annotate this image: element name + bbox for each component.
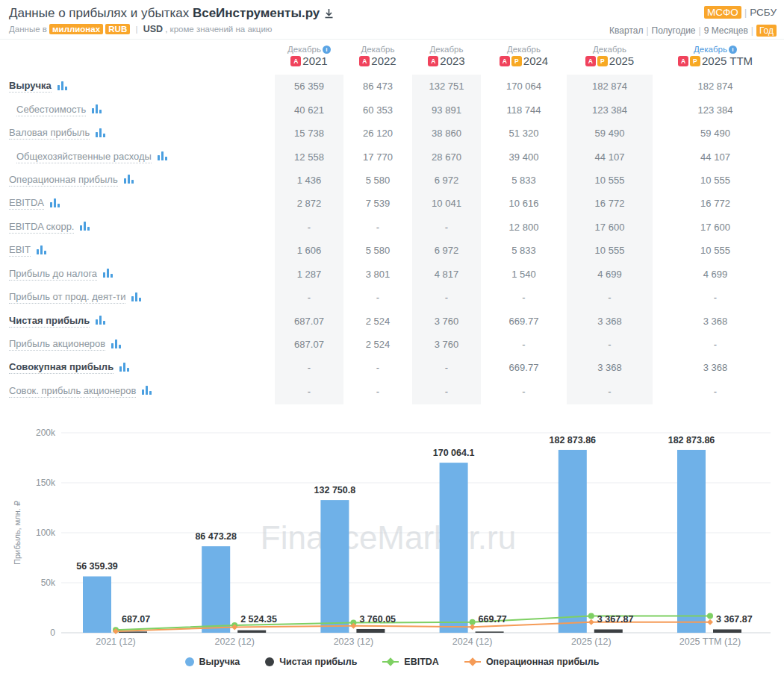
cell-value: 5 833: [481, 175, 567, 186]
row-chart-icon[interactable]: [90, 127, 106, 140]
row-chart-icon[interactable]: [152, 150, 168, 163]
row-label[interactable]: EBITDA скорр.: [9, 221, 74, 234]
row-label-cell: Выручка: [0, 80, 275, 93]
legend-item[interactable]: Выручка: [185, 657, 240, 667]
presentation-icon[interactable]: P: [690, 56, 700, 66]
subtitle-prefix: Данные в: [9, 25, 47, 34]
pdf-report-icon[interactable]: A: [585, 56, 596, 66]
subtitle-suffix: , кроме значений на акцию: [165, 25, 272, 34]
y-tick-label: 150k: [36, 478, 56, 488]
row-label[interactable]: Валовая прибыль: [9, 127, 90, 140]
column-month-label: Декабрь: [343, 45, 412, 54]
column-month-text: Декабрь: [593, 45, 626, 54]
column-year: AP2024: [481, 54, 567, 67]
pdf-report-icon[interactable]: A: [290, 56, 301, 66]
row-label[interactable]: Себестоимость: [16, 104, 86, 116]
row-label[interactable]: Чистая прибыль: [9, 315, 90, 328]
row-label[interactable]: Совокупная прибыль: [9, 361, 113, 374]
row-label[interactable]: Совок. прибыль акционеров: [9, 385, 136, 398]
revenue-bar: [559, 450, 587, 633]
period-option-3[interactable]: 9 Месяцев: [704, 25, 748, 36]
row-label-cell: Совок. прибыль акционеров: [0, 384, 275, 398]
info-icon[interactable]: i: [323, 46, 331, 54]
legend-item[interactable]: Операционная прибыль: [464, 657, 600, 667]
cell-value: 10 555: [567, 245, 653, 256]
cell-value: -: [412, 292, 481, 303]
row-label-cell: Совокупная прибыль: [0, 361, 275, 375]
currency-toggle-rub[interactable]: RUB: [105, 24, 130, 34]
table-row: Прибыль акционеров687.072 5243 760---: [0, 333, 784, 356]
cell-value: 15 738: [275, 128, 343, 139]
table-header-spacer: [0, 43, 275, 75]
y-tick-label: 100k: [36, 528, 56, 538]
legend-item[interactable]: EBITDA: [382, 657, 439, 667]
legend-item[interactable]: Чистая прибыль: [265, 657, 357, 667]
currency-toggle-usd[interactable]: USD: [143, 24, 163, 34]
ebitda-marker: [707, 613, 713, 619]
column-month-text: Декабрь: [507, 45, 541, 54]
pdf-report-icon[interactable]: A: [500, 56, 510, 66]
row-label-cell: Операционная прибыль: [0, 173, 275, 187]
column-header-2022: ДекабрьA2022: [343, 43, 412, 75]
presentation-icon[interactable]: P: [597, 56, 608, 66]
x-tick-label: 2025 TTM (12): [679, 636, 741, 647]
net-profit-bar: [594, 629, 623, 633]
row-chart-icon[interactable]: [105, 338, 122, 351]
info-icon[interactable]: i: [729, 46, 737, 54]
net-profit-bar: [356, 629, 385, 633]
column-header-2025-ttm: ДекабрьiAP2025 TTM: [653, 43, 778, 75]
period-option-1[interactable]: Квартал: [609, 25, 643, 36]
download-icon[interactable]: [324, 7, 334, 22]
pdf-report-icon[interactable]: A: [428, 56, 438, 66]
column-month-text: Декабрь: [361, 45, 395, 54]
column-year-text: 2025 TTM: [702, 54, 753, 67]
row-chart-icon[interactable]: [31, 244, 47, 257]
row-chart-icon[interactable]: [90, 314, 106, 328]
cell-value: -: [412, 222, 481, 233]
standard-option-2[interactable]: РСБУ: [750, 7, 777, 18]
row-label[interactable]: EBIT: [9, 244, 31, 257]
column-year: AP2025: [567, 54, 653, 67]
period-option-2[interactable]: Полугодие: [652, 25, 696, 36]
row-chart-icon[interactable]: [52, 80, 68, 93]
cell-value: 56 359: [275, 81, 343, 92]
separator: |: [744, 7, 747, 18]
row-chart-icon[interactable]: [74, 220, 90, 234]
row-label[interactable]: Прибыль акционеров: [9, 338, 105, 351]
table-row: Прибыль до налога1 2873 8014 8171 5404 6…: [0, 263, 784, 286]
operating-profit-marker: [707, 619, 713, 625]
cell-value: 44 107: [653, 151, 778, 163]
cell-value: 5 580: [343, 245, 412, 256]
row-label[interactable]: Прибыль от прод. деят-ти: [9, 291, 125, 304]
row-label[interactable]: Выручка: [9, 80, 52, 93]
separator: |: [135, 25, 137, 34]
row-chart-icon[interactable]: [125, 291, 142, 304]
units-toggle-millions[interactable]: миллионах: [49, 24, 103, 34]
separator: |: [699, 25, 701, 36]
pdf-report-icon[interactable]: A: [678, 56, 688, 66]
row-chart-icon[interactable]: [97, 267, 113, 281]
table-row: Совокупная прибыль---669.773 3683 368: [0, 356, 784, 379]
presentation-icon[interactable]: P: [511, 56, 522, 66]
period-option-4[interactable]: Год: [756, 25, 777, 37]
row-label[interactable]: Прибыль до налога: [9, 268, 97, 281]
row-chart-icon[interactable]: [118, 173, 134, 187]
column-month-label: Декабрь: [567, 45, 653, 54]
x-tick-label: 2023 (12): [334, 636, 374, 647]
cell-value: -: [275, 386, 343, 397]
row-chart-icon[interactable]: [86, 103, 102, 116]
row-label[interactable]: Общехозяйственные расходы: [16, 151, 152, 163]
row-chart-icon[interactable]: [113, 361, 130, 375]
cell-value: 59 490: [653, 128, 778, 139]
column-month-label: Декабрьi: [653, 45, 778, 54]
row-label[interactable]: Операционная прибыль: [9, 174, 118, 187]
cell-value: 123 384: [567, 104, 653, 116]
row-label[interactable]: EBITDA: [9, 197, 44, 210]
row-chart-icon[interactable]: [44, 197, 60, 210]
column-header-2024: ДекабрьAP2024: [481, 43, 567, 75]
pdf-report-icon[interactable]: A: [359, 56, 370, 66]
cell-value: 44 107: [567, 151, 653, 163]
cell-value: -: [412, 386, 481, 397]
row-chart-icon[interactable]: [136, 384, 152, 398]
standard-option-1[interactable]: МСФО: [704, 6, 741, 19]
